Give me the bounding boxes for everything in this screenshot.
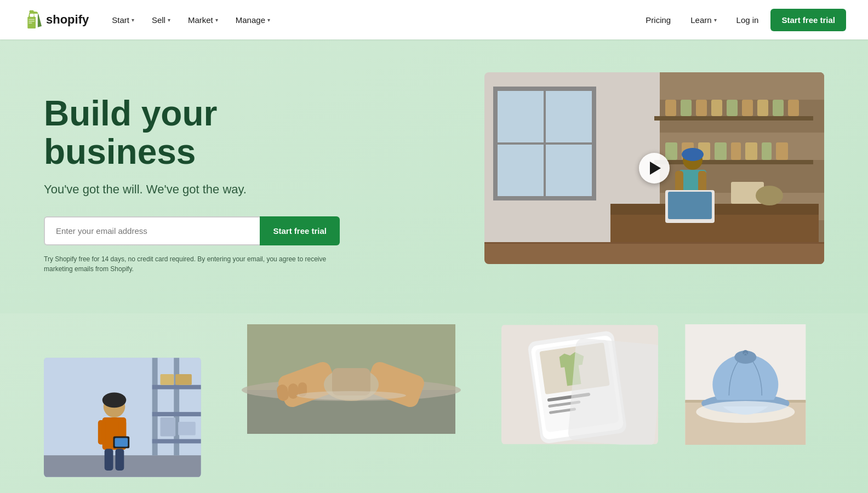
hero-store-image: [484, 72, 824, 264]
sell-chevron-icon: ▾: [168, 17, 170, 23]
svg-rect-45: [668, 192, 712, 219]
svg-point-80: [296, 391, 406, 400]
nav-login-link[interactable]: Log in: [729, 11, 767, 29]
svg-rect-67: [105, 449, 113, 471]
svg-rect-24: [742, 100, 753, 116]
nav-item-manage[interactable]: Manage ▾: [228, 11, 278, 29]
hero-content: Build your business You've got the will.…: [44, 72, 362, 274]
svg-rect-68: [115, 449, 124, 471]
hero-start-trial-button[interactable]: Start free trial: [260, 216, 340, 245]
svg-rect-66: [115, 438, 128, 447]
nav-item-market[interactable]: Market ▾: [180, 11, 226, 29]
svg-rect-27: [788, 100, 799, 116]
email-input[interactable]: [44, 216, 260, 245]
svg-rect-1: [28, 19, 35, 20]
svg-rect-56: [152, 439, 201, 444]
svg-point-39: [756, 186, 783, 205]
svg-rect-47: [484, 242, 824, 264]
market-chevron-icon: ▾: [215, 17, 218, 23]
svg-rect-21: [696, 100, 707, 116]
start-chevron-icon: ▾: [132, 17, 134, 23]
svg-rect-2: [28, 21, 35, 22]
svg-rect-16: [654, 116, 813, 121]
nav-item-sell[interactable]: Sell ▾: [144, 11, 178, 29]
svg-rect-6: [660, 72, 824, 100]
thumbnail-pottery: [210, 324, 493, 434]
svg-rect-48: [484, 242, 824, 244]
thumbnail-hat: [667, 324, 824, 445]
svg-rect-19: [665, 100, 676, 116]
svg-rect-31: [715, 142, 727, 160]
svg-rect-26: [773, 100, 784, 116]
nav-item-start[interactable]: Start ▾: [104, 11, 142, 29]
svg-rect-63: [98, 420, 106, 444]
svg-rect-35: [776, 142, 788, 160]
nav-start-trial-button[interactable]: Start free trial: [770, 9, 846, 31]
svg-rect-28: [665, 142, 677, 160]
svg-rect-89: [567, 337, 658, 445]
svg-point-46: [682, 148, 704, 161]
svg-rect-17: [654, 160, 813, 164]
svg-rect-57: [161, 374, 174, 385]
brand-name: shopify: [46, 13, 89, 27]
svg-rect-59: [161, 417, 176, 437]
svg-rect-58: [175, 374, 192, 385]
svg-rect-25: [757, 100, 768, 116]
manage-chevron-icon: ▾: [267, 17, 270, 23]
svg-point-99: [696, 401, 795, 423]
hero-headline: Build your business: [44, 94, 362, 171]
learn-chevron-icon: ▾: [714, 17, 717, 23]
svg-rect-75: [288, 383, 298, 399]
hero-image-area: [362, 72, 824, 264]
shopify-logo-icon: [22, 10, 42, 30]
svg-rect-22: [711, 100, 722, 116]
nav-pricing-link[interactable]: Pricing: [638, 11, 678, 29]
email-form: Start free trial: [44, 216, 340, 245]
svg-rect-34: [762, 142, 772, 160]
svg-rect-55: [152, 412, 201, 416]
svg-point-69: [102, 393, 126, 408]
nav-learn-link[interactable]: Learn ▾: [683, 11, 724, 29]
nav-right: Pricing Learn ▾ Log in Start free trial: [638, 9, 846, 31]
svg-rect-3: [28, 22, 32, 24]
thumbnail-mobile: [501, 324, 659, 445]
hero-video-thumbnail: [484, 72, 824, 264]
svg-rect-60: [178, 422, 196, 435]
logo-link[interactable]: shopify: [22, 10, 89, 30]
navigation: shopify Start ▾ Sell ▾ Market ▾ Manage ▾…: [0, 0, 868, 39]
svg-rect-20: [681, 100, 692, 116]
svg-rect-32: [731, 142, 741, 160]
hero-subheadline: You've got the will. We've got the way.: [44, 182, 362, 197]
svg-rect-23: [727, 100, 738, 116]
thumbnail-gallery: [0, 313, 868, 493]
svg-rect-33: [745, 142, 757, 160]
hero-section: Build your business You've got the will.…: [0, 39, 868, 313]
thumbnail-warehouse: [44, 357, 201, 478]
svg-rect-54: [152, 385, 201, 389]
video-play-button[interactable]: [639, 153, 670, 184]
hero-disclaimer: Try Shopify free for 14 days, no credit …: [44, 254, 340, 274]
